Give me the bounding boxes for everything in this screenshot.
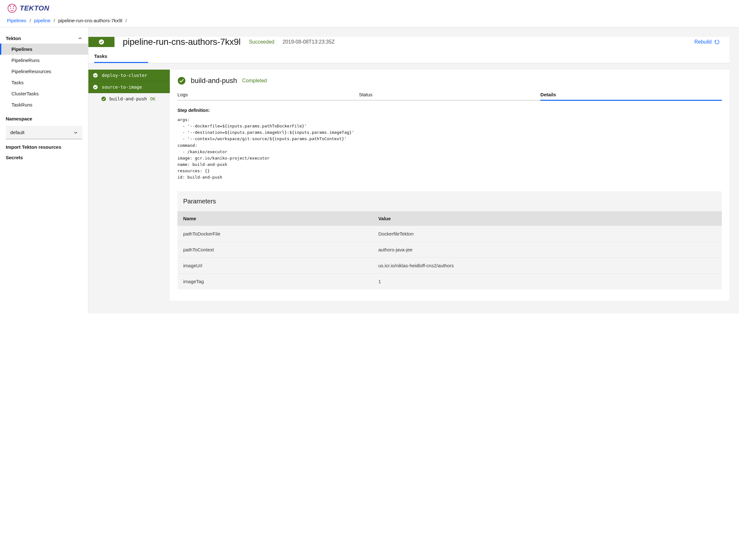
breadcrumb-link-pipelines[interactable]: Pipelines [7,18,26,23]
details-panel: build-and-push Completed Logs Status Det… [170,69,729,301]
sidebar-import-link[interactable]: Import Tekton resources [0,139,88,150]
rebuild-button[interactable]: Rebuild [695,39,720,45]
step-definition-label: Step definition: [177,108,722,113]
step-title: build-and-push [191,76,237,85]
svg-point-0 [8,4,16,12]
task-list: deploy-to-cluster source-to-image build-… [89,69,170,301]
namespace-value: default [10,130,24,135]
namespace-label: Namespace [0,110,88,123]
sidebar-list: Pipelines PipelineRuns PipelineResources… [0,43,88,110]
check-circle-icon [93,73,98,78]
step-sub-tabs: Logs Status Details [177,89,722,101]
param-name: imageTag [177,273,373,290]
logo-text: TEKTON [20,4,49,12]
svg-point-7 [178,77,185,84]
sidebar-group-label: Tekton [6,36,21,41]
sidebar-item-pipelineresources[interactable]: PipelineResources [0,66,88,77]
breadcrumb-sep: / [54,18,55,23]
param-name: imageUrl [177,258,373,273]
svg-point-6 [102,97,106,101]
param-value: DockerfileTekton [373,226,722,242]
content: pipeline-run-cns-authors-7kx9l Succeeded… [89,27,739,313]
refresh-icon [714,39,720,45]
param-row: pathToContext authors-java-jee [177,242,722,258]
run-status-chip [89,37,115,47]
step-status: Completed [242,78,267,83]
step-status-ok: OK [150,96,155,102]
chevron-up-icon [78,36,83,41]
check-circle-icon [93,84,98,89]
run-title: pipeline-run-cns-authors-7kx9l [123,37,241,47]
breadcrumb-sep: / [126,18,127,23]
run-card: pipeline-run-cns-authors-7kx9l Succeeded… [89,37,729,63]
params-header-name: Name [177,211,373,226]
tab-tasks[interactable]: Tasks [94,50,148,63]
sidebar-item-tasks[interactable]: Tasks [0,77,88,88]
step-definition-yaml: args: - '--dockerfile=${inputs.params.pa… [177,117,722,181]
chevron-down-icon [73,130,78,135]
param-name: pathToDockerFile [177,226,373,242]
task-step-build-and-push[interactable]: build-and-push OK [89,93,170,105]
sidebar-group-tekton[interactable]: Tekton [0,33,88,43]
check-circle-icon [101,96,106,102]
param-name: pathToContext [177,242,373,258]
sidebar-item-taskruns[interactable]: TaskRuns [0,99,88,110]
topbar: TEKTON Pipelines / pipeline / pipeline-r… [0,0,739,27]
task-row-deploy-to-cluster[interactable]: deploy-to-cluster [89,69,170,81]
breadcrumb-sep: / [30,18,31,23]
svg-point-5 [93,85,98,89]
param-value: us.icr.io/niklas-heidloff-cns2/authors [373,258,722,273]
param-value: 1 [373,273,722,290]
step-name: build-and-push [109,96,147,102]
run-status-text: Succeeded [249,39,274,45]
tekton-cat-icon [7,3,17,13]
check-circle-icon [177,76,186,85]
namespace-select[interactable]: default [6,126,83,139]
sub-tab-details[interactable]: Details [540,89,722,101]
run-tabs: Tasks [89,50,729,63]
parameters-title: Parameters [177,191,722,211]
breadcrumb: Pipelines / pipeline / pipeline-run-cns-… [7,18,733,23]
parameters-table: Name Value pathToDockerFile DockerfileTe… [177,211,722,289]
task-name: deploy-to-cluster [102,73,147,78]
rebuild-label: Rebuild [695,39,712,45]
run-header: pipeline-run-cns-authors-7kx9l Succeeded… [89,37,729,47]
param-row: pathToDockerFile DockerfileTekton [177,226,722,242]
param-row: imageTag 1 [177,273,722,290]
sub-tab-status[interactable]: Status [359,89,541,101]
shell: Tekton Pipelines PipelineRuns PipelineRe… [0,27,739,313]
check-circle-icon [99,39,104,45]
sidebar-item-clustertasks[interactable]: ClusterTasks [0,88,88,99]
logo[interactable]: TEKTON [7,3,733,13]
run-body: deploy-to-cluster source-to-image build-… [89,69,729,301]
sidebar-secrets-link[interactable]: Secrets [0,150,88,160]
task-row-source-to-image[interactable]: source-to-image [89,81,170,93]
svg-point-1 [10,8,11,9]
svg-point-4 [93,73,98,77]
param-value: authors-java-jee [373,242,722,258]
sub-tab-logs[interactable]: Logs [177,89,359,101]
step-header: build-and-push Completed [177,76,722,85]
param-row: imageUrl us.icr.io/niklas-heidloff-cns2/… [177,258,722,273]
parameters-section: Parameters Name Value pathToDockerFile D… [177,191,722,289]
sidebar: Tekton Pipelines PipelineRuns PipelineRe… [0,27,89,313]
sidebar-item-pipelineruns[interactable]: PipelineRuns [0,55,88,66]
breadcrumb-current: pipeline-run-cns-authors-7kx9l [58,18,122,23]
task-name: source-to-image [102,84,142,89]
sidebar-item-pipelines[interactable]: Pipelines [0,43,88,55]
breadcrumb-link-pipeline[interactable]: pipeline [34,18,50,23]
params-header-value: Value [373,211,722,226]
svg-point-2 [13,8,14,9]
run-timestamp: 2019-08-08T13:23:35Z [283,39,335,45]
